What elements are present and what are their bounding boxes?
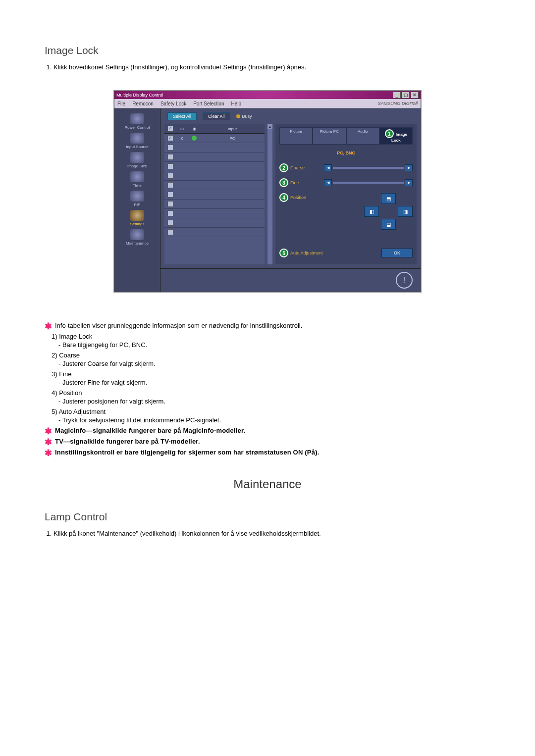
menu-safety-lock[interactable]: Safety Lock [160,101,186,106]
menu-port-selection[interactable]: Port Selection [193,101,224,106]
row-checkbox[interactable] [167,210,173,216]
maintenance-icon [130,229,144,240]
intro-text-2: Klikk på ikonet "Maintenance" (vedlikeho… [54,530,490,537]
row-checkbox[interactable] [167,173,173,179]
table-row[interactable] [164,181,265,190]
row-checkbox[interactable] [167,163,173,169]
sidebar-item-pip[interactable]: PIP [130,191,144,207]
callout-4: 4 [279,193,288,202]
sidebar-item-settings[interactable]: Settings [130,210,145,226]
header-checkbox[interactable] [167,126,173,132]
warning-icon: ! [396,272,413,289]
sidebar-item-label: Power Control [125,125,150,130]
note-2-title: 2) Coarse [52,352,490,359]
position-up-button[interactable]: ⬒ [381,193,396,204]
row-checkbox[interactable] [167,135,173,141]
menu-remocon[interactable]: Remocon [132,101,154,106]
slider-left-icon[interactable]: ◀ [324,164,332,171]
busy-indicator: Busy [236,114,252,119]
brand-label: SAMSUNG DIGITall [378,101,418,106]
display-table: ID ◉ Input 0 PC [164,124,265,264]
window-title: Multiple Display Control [116,93,163,98]
sidebar-item-label: Time [133,183,141,188]
slider-track[interactable] [333,167,404,169]
app-window: Multiple Display Control _ ▢ ✕ File Remo… [114,91,421,292]
scrollbar[interactable]: ▲ [268,124,272,264]
tab-picture[interactable]: Picture [279,127,313,145]
row-checkbox[interactable] [167,154,173,160]
table-row[interactable] [164,152,265,162]
clear-all-button[interactable]: Clear All [203,112,230,120]
sidebar-item-input-source[interactable]: Input Source [126,133,148,149]
close-icon[interactable]: ✕ [411,92,419,99]
tab-audio[interactable]: Audio [346,127,379,145]
select-all-button[interactable]: Select All [167,112,197,120]
sidebar-item-time[interactable]: Time [130,171,144,188]
table-row[interactable] [164,200,265,209]
note-4-desc: - Justerer posisjonen for valgt skjerm. [58,398,490,405]
input-icon [130,133,144,144]
position-left-button[interactable]: ◧ [364,206,379,217]
sidebar-item-image-size[interactable]: Image Size [127,152,147,168]
callout-2: 2 [279,163,288,172]
ok-button[interactable]: OK [381,249,413,257]
scroll-up-icon[interactable]: ▲ [268,124,272,129]
title-bar: Multiple Display Control _ ▢ ✕ [114,91,421,99]
star-icon: ✱ [45,449,52,457]
menu-file[interactable]: File [117,101,125,106]
power-icon [130,113,144,124]
note-magicinfo: MagicInfo—signalkilde fungerer bare på M… [55,427,245,434]
row-checkbox[interactable] [167,145,173,151]
table-row[interactable] [164,162,265,171]
table-row[interactable] [164,218,265,228]
col-id: ID [176,127,188,131]
slider-right-icon[interactable]: ▶ [405,164,413,171]
note-2-desc: - Justerer Coarse for valgt skjerm. [58,360,490,367]
row-checkbox[interactable] [167,220,173,226]
position-right-button[interactable]: ◨ [398,206,413,217]
pip-icon [130,191,144,202]
sidebar: Power Control Input Source Image Size Ti… [114,108,160,292]
sidebar-item-power-control[interactable]: Power Control [125,113,150,130]
menu-help[interactable]: Help [231,101,241,106]
table-row[interactable] [164,171,265,181]
note-tv: TV—signalkilde fungerer bare på TV-model… [55,438,200,445]
tab-image-lock[interactable]: 1Image Lock [379,127,413,145]
sidebar-item-label: PIP [134,202,141,207]
sidebar-item-label: Settings [130,222,145,226]
col-input: Input [200,127,265,131]
note-onstate: Innstillingskontroll er bare tilgjengeli… [55,449,320,456]
callout-1: 1 [385,129,394,138]
table-row[interactable] [164,228,265,237]
star-icon: ✱ [45,427,52,436]
star-icon: ✱ [45,322,52,331]
table-row[interactable] [164,190,265,200]
menu-bar: File Remocon Safety Lock Port Selection … [114,99,421,108]
note-5-title: 5) Auto Adjustment [52,408,490,415]
table-row[interactable] [164,143,265,152]
maximize-icon[interactable]: ▢ [402,92,410,99]
slider-track[interactable] [333,182,404,184]
table-row[interactable]: 0 PC [164,134,265,143]
slider-right-icon[interactable]: ▶ [405,179,413,186]
sidebar-item-label: Image Size [127,164,147,168]
row-checkbox[interactable] [167,201,173,207]
row-checkbox[interactable] [167,182,173,188]
position-label: Position [290,195,306,200]
note-4-title: 4) Position [52,389,490,397]
note-3-title: 3) Fine [52,370,490,378]
position-down-button[interactable]: ⬓ [381,219,396,230]
table-row[interactable] [164,209,265,218]
sidebar-item-maintenance[interactable]: Maintenance [126,229,149,246]
fine-label: Fine [290,180,299,185]
slider-left-icon[interactable]: ◀ [324,179,332,186]
note-info-table: Info-tabellen viser grunnleggende inform… [55,322,302,329]
fine-slider[interactable]: ◀ ▶ [324,179,413,186]
coarse-slider[interactable]: ◀ ▶ [324,164,413,171]
row-checkbox[interactable] [167,192,173,198]
row-checkbox[interactable] [167,229,173,235]
minimize-icon[interactable]: _ [393,92,401,99]
tab-picture-pc[interactable]: Picture PC [313,127,346,145]
note-3-desc: - Justerer Fine for valgt skjerm. [58,379,490,386]
sidebar-item-label: Input Source [126,145,148,149]
